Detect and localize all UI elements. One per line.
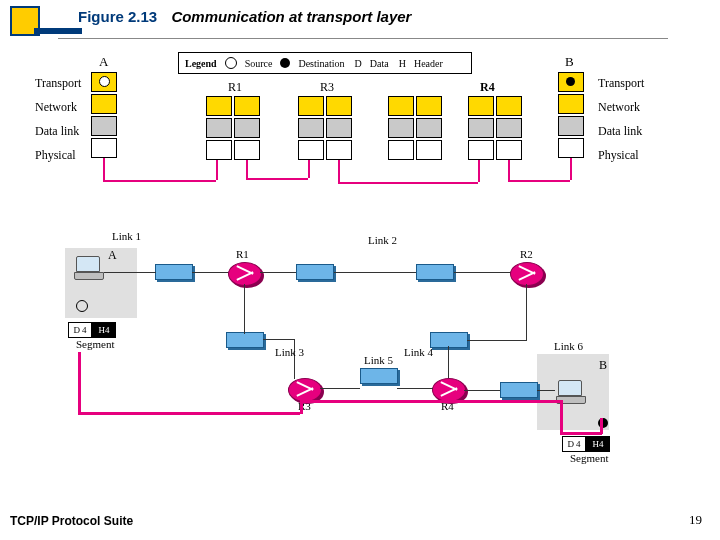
- host-a-label: A: [99, 54, 108, 70]
- dest-circle-icon: [566, 77, 575, 86]
- figure-title: Figure 2.13 Communication at transport l…: [78, 8, 411, 25]
- layer-network-l: Network: [35, 100, 77, 115]
- segment-b: D 4 H4: [562, 436, 610, 452]
- host-b-stack: [558, 72, 584, 160]
- low-host-a: A: [108, 248, 117, 263]
- link3-label: Link 3: [275, 346, 304, 358]
- laptop-a-icon: [74, 256, 102, 278]
- wire: [537, 390, 555, 391]
- legend-source: Source: [245, 58, 273, 69]
- path-seg: [570, 158, 572, 180]
- wire: [448, 346, 449, 382]
- legend-d: D: [355, 58, 362, 69]
- layer-transport-l: Transport: [35, 76, 81, 91]
- wire: [260, 272, 296, 273]
- r1-stack: [206, 96, 262, 162]
- destination-icon: [280, 58, 290, 68]
- path-seg: [508, 180, 570, 182]
- router-r2-icon: [510, 262, 544, 286]
- low-source-icon: [76, 300, 88, 312]
- host-b-label: B: [565, 54, 574, 70]
- path-seg: [103, 180, 216, 182]
- wire: [467, 340, 527, 341]
- seg-d: D 4: [68, 322, 92, 338]
- r2-low-label: R2: [520, 248, 533, 260]
- router-r4-icon: [432, 378, 466, 402]
- link1-label: Link 1: [112, 230, 141, 242]
- router-r3-icon: [288, 378, 322, 402]
- figure-caption: Communication at transport layer: [171, 8, 411, 25]
- switch-icon: [226, 332, 264, 348]
- path-seg: [216, 160, 218, 180]
- wire: [104, 272, 156, 273]
- path-seg: [103, 158, 105, 180]
- link4-label: Link 4: [404, 346, 433, 358]
- switch-icon: [416, 264, 454, 280]
- r4-stack: [468, 96, 524, 162]
- seg-label-b: Segment: [570, 452, 609, 464]
- path-seg: [308, 160, 310, 178]
- seg-h: H4: [92, 322, 116, 338]
- path-seg: [338, 160, 340, 182]
- path-seg: [338, 182, 478, 184]
- wire: [397, 388, 433, 389]
- title-rule: [58, 38, 668, 39]
- legend-h: H: [399, 58, 406, 69]
- wire: [263, 339, 295, 340]
- link2-label: Link 2: [368, 234, 397, 246]
- slide-logo: [10, 6, 40, 40]
- legend-header: Header: [414, 58, 443, 69]
- switch-icon: [360, 368, 398, 384]
- layer-physical-r: Physical: [598, 148, 639, 163]
- path-seg: [478, 160, 480, 182]
- footer-left: TCP/IP Protocol Suite: [10, 514, 133, 528]
- legend-label: Legend: [185, 58, 217, 69]
- figure-number: Figure 2.13: [78, 8, 157, 25]
- legend-data: Data: [370, 58, 389, 69]
- path-seg: [246, 160, 248, 178]
- wire: [294, 339, 295, 379]
- r4-label-upper: R4: [480, 80, 495, 95]
- wire: [464, 390, 500, 391]
- path2: [78, 412, 300, 415]
- laptop-b-icon: [556, 380, 584, 402]
- layer-transport-r: Transport: [598, 76, 644, 91]
- router-r1-icon: [228, 262, 262, 286]
- legend-destination: Destination: [298, 58, 344, 69]
- link5-label: Link 5: [364, 354, 393, 366]
- host-a-stack: [91, 72, 117, 160]
- layer-network-r: Network: [598, 100, 640, 115]
- source-icon: [225, 57, 237, 69]
- r1-low-label: R1: [236, 248, 249, 260]
- layer-datalink-r: Data link: [598, 124, 642, 139]
- path-seg: [508, 160, 510, 180]
- switch-icon: [296, 264, 334, 280]
- wire: [244, 284, 245, 334]
- wire: [320, 388, 360, 389]
- wire: [334, 272, 416, 273]
- low-host-b: B: [599, 358, 607, 373]
- path2: [560, 400, 563, 432]
- link6-label: Link 6: [554, 340, 583, 352]
- path2: [600, 418, 603, 434]
- switch-icon: [155, 264, 193, 280]
- wire: [526, 284, 527, 340]
- legend-box: Legend Source Destination D Data H Heade…: [178, 52, 472, 74]
- wire: [454, 272, 512, 273]
- layer-datalink-l: Data link: [35, 124, 79, 139]
- path2: [560, 432, 602, 435]
- wire: [192, 272, 232, 273]
- seg-label-a: Segment: [76, 338, 115, 350]
- path2: [302, 400, 444, 403]
- mid-stack: [388, 96, 444, 162]
- segment-a: D 4 H4: [68, 322, 116, 338]
- seg-h: H4: [586, 436, 610, 452]
- r3-stack: [298, 96, 354, 162]
- r1-label-upper: R1: [228, 80, 242, 95]
- source-circle-icon: [99, 76, 110, 87]
- layer-physical-l: Physical: [35, 148, 76, 163]
- r3-label-upper: R3: [320, 80, 334, 95]
- page-number: 19: [689, 512, 702, 528]
- path2: [444, 400, 560, 403]
- seg-d: D 4: [562, 436, 586, 452]
